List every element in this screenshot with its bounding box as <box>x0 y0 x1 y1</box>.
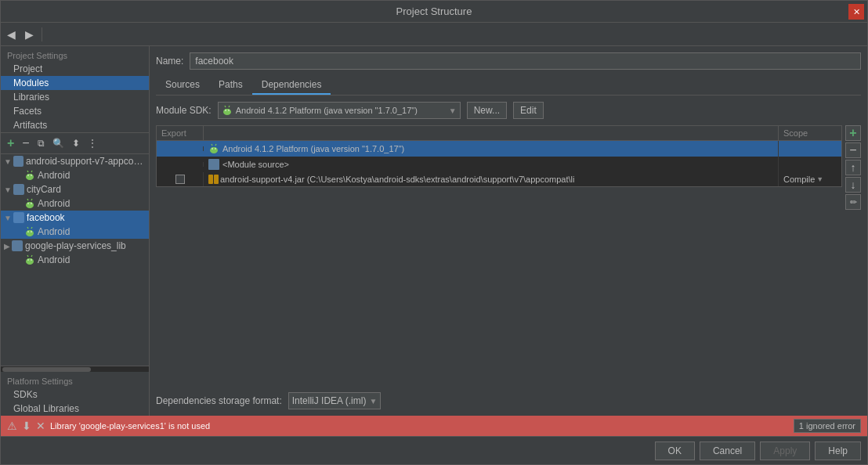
name-label: Name: <box>156 56 183 67</box>
help-button[interactable]: Help <box>815 442 861 460</box>
status-bar: ⚠ ⬇ ✕ Library 'google-play-services1' is… <box>1 416 867 436</box>
storage-select[interactable]: IntelliJ IDEA (.iml) ▼ <box>288 392 382 409</box>
close-button[interactable]: ✕ <box>848 4 864 20</box>
tree-node-android-support-android[interactable]: Android <box>1 168 149 182</box>
svg-point-20 <box>27 259 29 261</box>
tree-scrollbar[interactable] <box>1 366 149 372</box>
dep-export-jar <box>157 172 204 186</box>
titlebar: Project Structure ✕ <box>1 1 867 23</box>
add-module-button[interactable]: + <box>4 135 17 152</box>
dep-row-sdk[interactable]: Android 4.1.2 Platform (java version "1.… <box>157 141 841 157</box>
bottom-row: Dependencies storage format: IntelliJ ID… <box>156 392 861 409</box>
svg-point-14 <box>27 231 29 232</box>
expand-module-button[interactable]: ⬍ <box>69 136 83 150</box>
tree-node-citycard-android[interactable]: Android <box>1 196 149 211</box>
dep-export-sdk <box>157 146 204 151</box>
sdk-select[interactable]: Android 4.1.2 Platform (java version "1.… <box>218 102 461 119</box>
android-icon <box>24 170 35 181</box>
sidebar-item-modules[interactable]: Modules <box>1 76 149 90</box>
dep-row-jar[interactable]: android-support-v4.jar (C:\Users\Kostya\… <box>157 172 841 186</box>
sidebar-item-facets[interactable]: Facets <box>1 104 149 118</box>
tree-node-citycard-label: cityCard <box>27 184 61 195</box>
move-up-button[interactable]: ↑ <box>845 160 861 175</box>
tree-node-citycard[interactable]: ▼ cityCard <box>1 182 149 196</box>
apply-button[interactable]: Apply <box>760 442 810 460</box>
add-dep-button[interactable]: + <box>845 125 861 141</box>
storage-value: IntelliJ IDEA (.iml) <box>292 395 367 406</box>
left-panel: Project Settings Project Modules Librari… <box>1 46 150 416</box>
tree-node-facebook[interactable]: ▼ facebook <box>1 211 149 225</box>
dep-module-source-label: <Module source> <box>222 160 289 169</box>
cancel-button[interactable]: Cancel <box>700 442 755 460</box>
dep-scope-jar: Compile ▼ <box>779 172 841 186</box>
android-sdk-icon <box>222 105 233 116</box>
options-module-button[interactable]: ⋮ <box>85 136 100 150</box>
svg-line-28 <box>225 106 226 107</box>
ok-button[interactable]: OK <box>655 442 695 460</box>
move-down-button[interactable]: ↓ <box>845 177 861 193</box>
tree-node-facebook-android[interactable]: Android <box>1 225 149 239</box>
forward-button[interactable]: ▶ <box>22 27 37 42</box>
sidebar-item-libraries-label: Libraries <box>13 92 49 103</box>
tab-paths[interactable]: Paths <box>209 76 252 95</box>
status-message: Library 'google-play-services1' is not u… <box>50 421 789 431</box>
sdk-edit-button[interactable]: Edit <box>513 102 544 119</box>
svg-point-2 <box>27 175 29 176</box>
edit-dep-button[interactable]: ✏ <box>845 194 861 210</box>
dep-name-jar: android-support-v4.jar (C:\Users\Kostya\… <box>204 172 779 186</box>
sidebar-item-facets-label: Facets <box>13 106 42 117</box>
svg-line-17 <box>31 227 32 229</box>
jar-icon-group <box>208 175 219 184</box>
svg-point-26 <box>225 110 226 111</box>
dep-row-module-source[interactable]: <Module source> <box>157 157 841 172</box>
scope-dropdown-jar[interactable]: Compile ▼ <box>783 175 823 184</box>
module-icon-citycard <box>13 184 24 195</box>
status-close-icon[interactable]: ✕ <box>36 420 45 432</box>
ignored-errors-button[interactable]: 1 ignored error <box>794 419 861 433</box>
remove-module-button[interactable]: − <box>19 135 32 152</box>
dep-table-area: Export Scope <box>156 125 861 386</box>
tab-sources[interactable]: Sources <box>156 76 209 95</box>
sidebar-item-sdks[interactable]: SDKs <box>1 388 149 402</box>
svg-line-35 <box>215 144 216 146</box>
sidebar-item-libraries[interactable]: Libraries <box>1 90 149 104</box>
expand-arrow-facebook: ▼ <box>4 214 12 222</box>
dep-table-wrapper: Export Scope <box>156 125 842 386</box>
download-icon[interactable]: ⬇ <box>22 420 31 432</box>
remove-dep-button[interactable]: − <box>845 142 861 158</box>
expand-arrow: ▼ <box>4 157 12 166</box>
jar-export-checkbox[interactable] <box>175 175 185 184</box>
svg-point-27 <box>228 110 230 111</box>
dep-export-module-source <box>157 162 204 167</box>
dep-table: Export Scope <box>156 125 842 187</box>
dep-scope-module-source <box>779 162 841 167</box>
tree-node-google-play-android-label: Android <box>38 254 70 265</box>
sidebar-item-project[interactable]: Project <box>1 62 149 76</box>
svg-point-15 <box>31 231 32 232</box>
sidebar-item-artifacts[interactable]: Artifacts <box>1 118 149 132</box>
name-input[interactable] <box>190 52 861 70</box>
tree-node-google-play[interactable]: ▶ google-play-services_lib <box>1 239 149 253</box>
sdk-row: Module SDK: Android 4.1.2 Platform (java… <box>156 102 861 119</box>
sdk-new-button[interactable]: New... <box>467 102 507 119</box>
main-window: Project Structure ✕ ◀ ▶ Project Settings… <box>0 0 868 465</box>
sidebar-item-global-libraries[interactable]: Global Libraries <box>1 402 149 416</box>
dep-scope-sdk <box>779 146 841 151</box>
storage-dropdown-arrow: ▼ <box>369 397 377 406</box>
android-icon-facebook <box>24 226 35 237</box>
back-button[interactable]: ◀ <box>4 27 19 42</box>
tab-dependencies[interactable]: Dependencies <box>252 76 331 95</box>
android-icon-citycard <box>24 198 35 209</box>
tree-node-google-play-android[interactable]: Android <box>1 253 149 267</box>
col-name <box>204 126 779 140</box>
copy-module-button[interactable]: ⧉ <box>34 136 48 150</box>
svg-point-21 <box>31 259 32 261</box>
search-module-button[interactable]: 🔍 <box>49 136 67 150</box>
name-row: Name: <box>156 52 861 70</box>
sdk-value: Android 4.1.2 Platform (java version "1.… <box>236 106 449 115</box>
jar-bar1 <box>208 175 213 184</box>
toolbar: ◀ ▶ <box>1 23 867 46</box>
svg-line-4 <box>27 171 28 172</box>
scope-arrow-jar: ▼ <box>816 175 823 183</box>
tree-node-android-support[interactable]: ▼ android-support-v7-appcompat <box>1 154 149 168</box>
